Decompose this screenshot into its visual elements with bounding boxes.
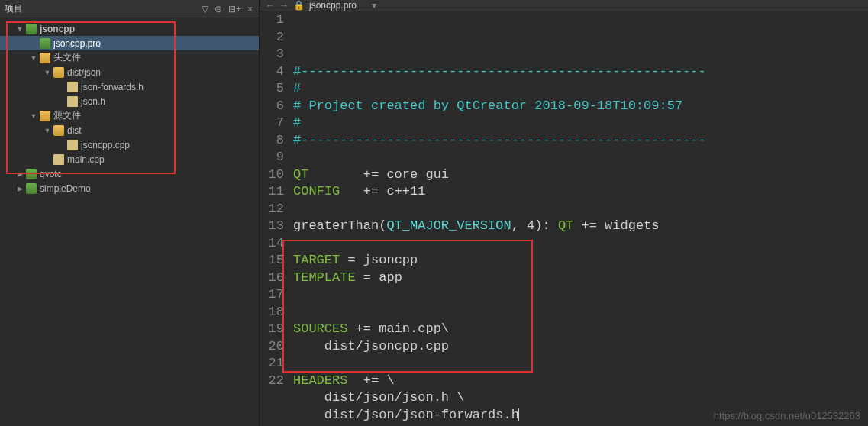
code-line[interactable]: # (293, 115, 868, 132)
tree-item-label: dist/json (67, 67, 101, 78)
expander-icon[interactable]: ▼ (29, 111, 38, 121)
tree-item-dist[interactable]: ▼dist (0, 123, 259, 137)
tree-item-jsoncpp-pro[interactable]: jsoncpp.pro (0, 36, 259, 50)
token-comment: #---------------------------------------… (293, 64, 706, 79)
line-number: 16 (260, 269, 284, 287)
token-text: += widgets (573, 218, 659, 233)
code-line[interactable]: TEMPLATE = app (293, 269, 868, 287)
expander-icon[interactable] (56, 97, 66, 106)
cpp-icon (53, 154, 64, 165)
token-text: ( (379, 218, 386, 233)
expander-icon[interactable]: ▼ (29, 53, 38, 63)
token-keyword: HEADERS (293, 373, 347, 388)
project-tree: ▼jsoncppjsoncpp.pro▼头文件▼dist/jsonjson-fo… (0, 18, 259, 426)
expander-icon[interactable] (56, 82, 66, 92)
line-number: 8 (260, 132, 284, 150)
tree-item-json-h[interactable]: json.h (0, 94, 259, 108)
line-number: 7 (260, 115, 284, 132)
collapse-icon[interactable]: ⊖ (213, 4, 224, 15)
tree-item-json-forwards-h[interactable]: json-forwards.h (0, 79, 259, 94)
code-line[interactable]: #---------------------------------------… (293, 132, 868, 150)
project-sidebar: 项目 ▽ ⊖ ⊟+ × ▼jsoncppjsoncpp.pro▼头文件▼dist… (0, 0, 260, 426)
code-line[interactable] (293, 149, 868, 166)
code-line[interactable] (293, 286, 868, 304)
tree-item-label: json-forwards.h (81, 82, 144, 92)
token-text: = app (356, 270, 402, 285)
code-line[interactable]: TARGET = jsoncpp (293, 252, 868, 269)
code-line[interactable] (293, 201, 868, 218)
editor-toolbar: ← → 🔒 jsoncpp.pro ▾ (260, 0, 868, 11)
token-keyword: TEMPLATE (293, 270, 356, 285)
project-icon (26, 24, 37, 34)
token-text: += main.cpp\ (347, 321, 449, 336)
lock-icon[interactable]: 🔒 (293, 0, 305, 11)
code-line[interactable]: # (293, 80, 868, 98)
tree-item-dist-json[interactable]: ▼dist/json (0, 65, 259, 79)
token-text: , 4): (511, 218, 558, 233)
tree-item-main-cpp[interactable]: main.cpp (0, 152, 259, 166)
code-line[interactable]: CONFIG += c++11 (293, 183, 868, 201)
code-line[interactable] (293, 355, 868, 373)
token-text: greaterThan (293, 218, 379, 233)
token-text: += core gui (308, 167, 449, 182)
cpp-icon (67, 140, 78, 150)
tree-item-label: 源文件 (53, 109, 81, 122)
code-line[interactable]: dist/jsoncpp.cpp (293, 338, 868, 356)
token-text: += c++11 (340, 184, 425, 198)
split-icon[interactable]: ⊟+ (227, 4, 243, 15)
tree-item-qvotc[interactable]: ▶qvotc (0, 166, 259, 181)
expander-icon[interactable]: ▶ (15, 184, 24, 193)
line-number: 14 (260, 235, 284, 253)
code-line[interactable]: HEADERS += \ (293, 373, 868, 390)
expander-icon[interactable]: ▼ (15, 24, 24, 34)
line-number: 6 (260, 98, 284, 115)
line-number: 5 (260, 80, 284, 98)
code-line[interactable] (293, 304, 868, 321)
close-icon[interactable]: × (246, 4, 254, 15)
code-line[interactable]: greaterThan(QT_MAJOR_VERSION, 4): QT += … (293, 218, 868, 235)
code-content[interactable]: #---------------------------------------… (290, 11, 868, 426)
line-number: 3 (260, 46, 284, 63)
expander-icon[interactable]: ▼ (43, 126, 52, 135)
code-line[interactable]: SOURCES += main.cpp\ (293, 321, 868, 338)
line-number: 15 (260, 252, 284, 269)
code-line[interactable]: dist/json/json.h \ (293, 389, 868, 407)
file-dropdown-icon[interactable]: ▾ (372, 0, 376, 11)
token-comment: # (293, 81, 301, 95)
tree-item-label: jsoncpp.cpp (81, 140, 130, 150)
expander-icon[interactable] (29, 39, 38, 48)
tree-item-jsoncpp-cpp[interactable]: jsoncpp.cpp (0, 137, 259, 152)
token-keyword: SOURCES (293, 321, 347, 336)
expander-icon[interactable] (56, 140, 66, 150)
code-line[interactable]: # Project created by QtCreator 2018-09-1… (293, 98, 868, 115)
code-line[interactable]: QT += core gui (293, 166, 868, 184)
tree-item----[interactable]: ▼源文件 (0, 108, 259, 123)
token-comment: #---------------------------------------… (293, 133, 706, 147)
token-text: = jsoncpp (340, 253, 418, 267)
text-cursor (518, 408, 519, 421)
line-number: 10 (260, 166, 284, 184)
active-file-tab[interactable]: jsoncpp.pro (309, 0, 357, 11)
code-line[interactable] (293, 235, 868, 253)
token-text: += \ (347, 373, 394, 388)
line-number: 1 (260, 11, 284, 29)
tree-item-label: dist (67, 125, 82, 136)
code-editor[interactable]: 12345678910111213141516171819202122 #---… (260, 11, 868, 426)
nav-forward-icon[interactable]: → (279, 0, 289, 11)
nav-back-icon[interactable]: ← (266, 0, 275, 11)
tree-item-jsoncpp[interactable]: ▼jsoncpp (0, 21, 259, 36)
project-icon (26, 183, 37, 194)
filter-icon[interactable]: ▽ (200, 4, 210, 15)
expander-icon[interactable]: ▼ (43, 68, 52, 77)
line-number: 22 (260, 373, 284, 390)
expander-icon[interactable]: ▶ (15, 169, 24, 179)
tree-item----[interactable]: ▼头文件 (0, 50, 259, 65)
line-number: 20 (260, 338, 284, 356)
nav-arrows: ← → (266, 0, 289, 11)
code-line[interactable]: #---------------------------------------… (293, 63, 868, 81)
expander-icon[interactable] (43, 155, 52, 164)
token-keyword: TARGET (293, 253, 340, 267)
tree-item-simpledemo[interactable]: ▶simpleDemo (0, 181, 259, 195)
line-number: 21 (260, 355, 284, 373)
token-keyword: QT (558, 218, 573, 233)
